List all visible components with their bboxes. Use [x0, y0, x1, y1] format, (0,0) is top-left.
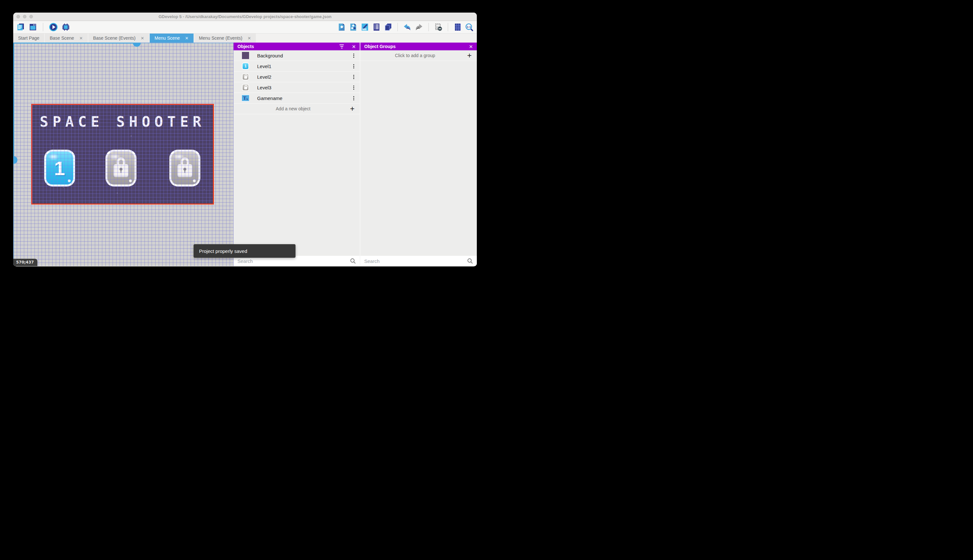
object-row-gamename[interactable]: Tx Gamename — [233, 93, 360, 103]
text-object-thumbnail: Tx — [242, 95, 249, 102]
tab-label: Base Scene — [50, 35, 74, 41]
scene-editor-canvas[interactable]: SPACE SHOOTER 1 570;437 — [13, 43, 233, 266]
tab-bar: Start Page Base Scene ✕ Base Scene (Even… — [13, 33, 477, 43]
level1-digit: 1 — [54, 157, 65, 180]
instances-list-icon[interactable] — [372, 23, 381, 32]
debug-icon[interactable] — [61, 23, 70, 32]
object-menu-icon[interactable] — [352, 53, 356, 59]
close-window-button[interactable] — [17, 15, 20, 18]
locked-button-thumbnail — [242, 73, 249, 80]
filter-icon[interactable] — [339, 45, 344, 48]
tab-base-scene-events[interactable]: Base Scene (Events) ✕ — [88, 33, 149, 43]
horizontal-scroll-line — [13, 43, 137, 43]
tab-label: Menu Scene — [155, 35, 180, 41]
groups-panel-empty-area — [360, 61, 477, 256]
tab-close-icon[interactable]: ✕ — [247, 36, 251, 40]
vertical-scroll-thumb[interactable] — [13, 156, 17, 164]
toolbar-divider — [397, 23, 398, 31]
tab-label: Base Scene (Events) — [93, 35, 136, 41]
object-groups-panel-header: Object Groups ✕ — [360, 43, 477, 50]
traffic-lights — [17, 15, 33, 18]
tab-start-page[interactable]: Start Page — [13, 33, 44, 43]
add-group-label: Click to add a group — [364, 53, 466, 58]
zoom-original-icon[interactable]: 1:1 — [465, 23, 473, 32]
vertical-scroll-line — [13, 43, 14, 161]
cursor-coordinates-badge: 570;437 — [13, 259, 37, 266]
search-icon — [350, 258, 356, 264]
object-menu-icon[interactable] — [352, 95, 356, 101]
svg-text:1:1: 1:1 — [467, 25, 471, 28]
toolbar-right-group: 1:1 — [337, 23, 477, 32]
tab-close-icon[interactable]: ✕ — [141, 36, 144, 40]
level2-button-object[interactable] — [105, 150, 137, 187]
horizontal-scroll-track — [137, 43, 233, 43]
objects-panel-empty-area — [233, 114, 360, 256]
tab-menu-scene[interactable]: Menu Scene ✕ — [150, 33, 193, 43]
tab-menu-scene-events[interactable]: Menu Scene (Events) ✕ — [194, 33, 256, 43]
save-toast: Project properly saved — [193, 244, 295, 258]
content-area: SPACE SHOOTER 1 570;437 Objec — [13, 43, 477, 266]
object-menu-icon[interactable] — [352, 74, 356, 80]
app-window: GDevelop 5 - /Users/dkarakay/Documents/G… — [13, 13, 477, 267]
lock-icon — [177, 164, 192, 177]
start-page-icon[interactable] — [28, 23, 37, 32]
object-name: Gamename — [257, 95, 352, 101]
toolbar-left-group — [13, 23, 70, 32]
properties-panel-icon[interactable] — [360, 23, 369, 32]
object-name: Background — [257, 53, 352, 58]
toolbar-divider — [428, 23, 429, 31]
horizontal-scroll-thumb[interactable] — [133, 43, 141, 47]
level1-button-object[interactable]: 1 — [44, 150, 75, 187]
locked-button-thumbnail — [242, 84, 249, 91]
object-row-level3[interactable]: Level3 — [233, 82, 360, 93]
titlebar: GDevelop 5 - /Users/dkarakay/Documents/G… — [13, 13, 477, 21]
objects-panel-header: Objects ✕ — [233, 43, 360, 50]
main-toolbar: 1:1 — [13, 21, 477, 33]
object-groups-panel-icon[interactable] — [349, 23, 357, 32]
add-group-button[interactable]: Click to add a group + — [360, 50, 477, 61]
play-icon[interactable] — [49, 23, 58, 32]
groups-search-bar — [360, 256, 477, 266]
add-new-object-label: Add a new object — [237, 106, 349, 111]
object-name: Level1 — [257, 63, 352, 69]
close-icon[interactable]: ✕ — [352, 44, 356, 49]
add-new-object-button[interactable]: Add a new object + — [233, 103, 360, 114]
object-menu-icon[interactable] — [352, 63, 356, 69]
window-title: GDevelop 5 - /Users/dkarakay/Documents/G… — [13, 14, 477, 19]
background-thumbnail — [242, 52, 249, 59]
level1-button-thumbnail: 1 — [242, 63, 249, 70]
close-icon[interactable]: ✕ — [469, 44, 473, 49]
scene-window-border[interactable]: SPACE SHOOTER 1 — [31, 104, 214, 205]
toolbar-divider — [448, 23, 448, 31]
gamename-text-object[interactable]: SPACE SHOOTER — [32, 113, 213, 130]
undo-icon[interactable] — [403, 23, 412, 32]
zoom-window-button[interactable] — [29, 15, 33, 18]
objects-panel-icon[interactable] — [337, 23, 346, 32]
objects-search-input[interactable] — [237, 258, 350, 264]
objects-panel: Objects ✕ Background 1 Level1 Level2 — [233, 43, 360, 266]
object-row-background[interactable]: Background — [233, 50, 360, 61]
object-groups-panel: Object Groups ✕ Click to add a group + — [360, 43, 477, 266]
tab-close-icon[interactable]: ✕ — [185, 36, 189, 40]
groups-search-input[interactable] — [364, 258, 467, 264]
objects-panel-title: Objects — [237, 44, 339, 49]
object-row-level2[interactable]: Level2 — [233, 72, 360, 82]
object-row-level1[interactable]: 1 Level1 — [233, 61, 360, 72]
tab-label: Start Page — [18, 35, 39, 41]
level3-button-object[interactable] — [169, 150, 200, 187]
object-menu-icon[interactable] — [352, 85, 356, 91]
tab-base-scene[interactable]: Base Scene ✕ — [45, 33, 87, 43]
vertical-scroll-track — [13, 161, 14, 266]
object-groups-panel-title: Object Groups — [364, 44, 469, 49]
toggle-instances-mask-icon[interactable] — [434, 23, 443, 32]
object-name: Level3 — [257, 85, 352, 90]
redo-icon[interactable] — [415, 23, 423, 32]
layers-panel-icon[interactable] — [383, 23, 392, 32]
tab-close-icon[interactable]: ✕ — [79, 36, 83, 40]
grid-icon[interactable] — [453, 23, 462, 32]
tab-label: Menu Scene (Events) — [199, 35, 243, 41]
minimize-window-button[interactable] — [23, 15, 27, 18]
background-object[interactable]: SPACE SHOOTER 1 — [32, 105, 213, 203]
project-manager-icon[interactable] — [16, 23, 25, 32]
search-icon — [467, 258, 473, 264]
